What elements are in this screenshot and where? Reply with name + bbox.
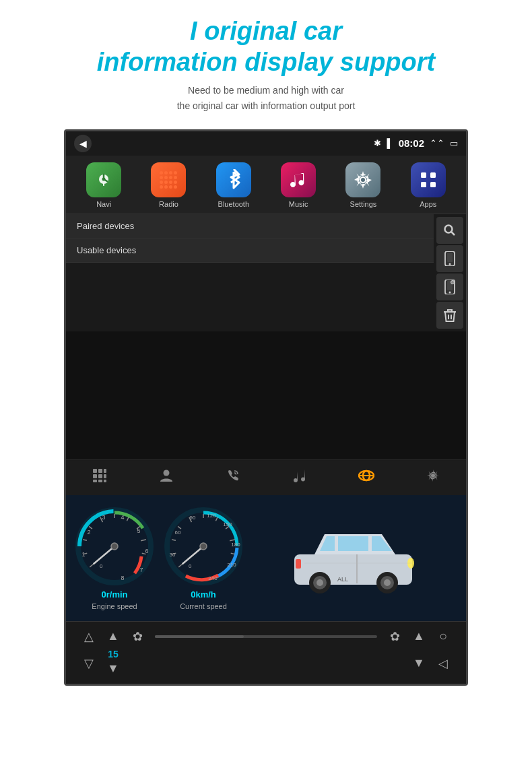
car-image: ALL bbox=[252, 517, 458, 598]
svg-rect-20 bbox=[98, 469, 102, 473]
nav-down-right[interactable]: ▼ bbox=[407, 654, 431, 673]
app-item-radio[interactable]: Radio bbox=[151, 162, 186, 208]
svg-point-80 bbox=[317, 579, 323, 586]
svg-point-7 bbox=[445, 225, 453, 232]
search-bt-button[interactable] bbox=[436, 217, 463, 244]
delete-bt-button[interactable] bbox=[436, 302, 463, 329]
nav-fan-right[interactable]: ✿ bbox=[383, 627, 407, 646]
speed-value: 0km/h bbox=[191, 589, 216, 600]
svg-point-2 bbox=[360, 177, 366, 183]
svg-text:180: 180 bbox=[231, 542, 240, 548]
progress-bar bbox=[155, 635, 377, 638]
nav-up-button[interactable]: ▲ bbox=[101, 627, 125, 646]
engine-value: 0r/min bbox=[101, 589, 127, 600]
car-screen: ◀ ✱ ▌ 08:02 ⌃⌃ ▭ Navi bbox=[64, 129, 468, 686]
bluetooth-app-icon bbox=[216, 162, 251, 197]
svg-rect-23 bbox=[98, 474, 102, 478]
svg-rect-24 bbox=[104, 474, 106, 478]
svg-point-1 bbox=[102, 177, 106, 181]
signal-icon: ▌ bbox=[387, 138, 393, 148]
svg-text:8: 8 bbox=[121, 575, 124, 581]
svg-rect-21 bbox=[104, 469, 106, 473]
bluetooth-panel: Paired devices Usable devices bbox=[66, 214, 466, 331]
apps-app-icon bbox=[411, 162, 446, 197]
svg-text:150: 150 bbox=[223, 521, 232, 527]
svg-point-83 bbox=[384, 579, 391, 586]
volume-number: 15 bbox=[104, 649, 123, 659]
clock: 08:02 bbox=[399, 137, 424, 149]
svg-rect-3 bbox=[421, 172, 426, 178]
apps-label: Apps bbox=[420, 200, 436, 208]
nav-fan-left[interactable]: ✿ bbox=[125, 627, 149, 646]
person-ctrl-icon[interactable] bbox=[153, 468, 180, 487]
svg-line-52 bbox=[94, 546, 114, 564]
svg-line-36 bbox=[83, 540, 87, 540]
title-line1: I original car bbox=[97, 16, 435, 47]
svg-line-8 bbox=[452, 232, 455, 235]
svg-text:ALL: ALL bbox=[337, 576, 348, 583]
bottom-nav-bottom-row: ▽ 15 ▼ ▼ ◁ bbox=[77, 649, 455, 678]
gear-ctrl-icon[interactable] bbox=[420, 468, 446, 487]
svg-text:210: 210 bbox=[227, 562, 236, 568]
bottom-nav-top-row: △ ▲ ✿ ✿ ▲ ○ bbox=[77, 627, 455, 646]
speed-gauge: 30 60 90 120 150 180 210 240 0 0km/h Cur… bbox=[163, 506, 244, 610]
expand-icon: ⌃⌃ bbox=[430, 138, 444, 148]
bt-controls-bar bbox=[66, 459, 466, 495]
app-item-settings[interactable]: Settings bbox=[345, 162, 380, 208]
status-bar: ◀ ✱ ▌ 08:02 ⌃⌃ ▭ bbox=[66, 131, 466, 156]
nav-triangle-outline-up[interactable]: △ bbox=[77, 627, 101, 646]
app-item-bluetooth[interactable]: Bluetooth bbox=[216, 162, 251, 208]
svg-rect-6 bbox=[430, 182, 436, 187]
bluetooth-sidebar bbox=[434, 214, 466, 331]
svg-text:7: 7 bbox=[139, 567, 143, 573]
speed-label: Current speed bbox=[180, 602, 227, 610]
usable-devices-item[interactable]: Usable devices bbox=[66, 238, 434, 263]
app-item-music[interactable]: Music bbox=[281, 162, 316, 208]
nav-down-button[interactable]: ▼ bbox=[101, 659, 125, 678]
svg-line-40 bbox=[127, 517, 129, 521]
svg-text:6: 6 bbox=[145, 548, 148, 554]
page-subtitle: Need to be medium and high with car the … bbox=[177, 83, 356, 113]
svg-rect-27 bbox=[104, 480, 106, 482]
title-line2: information display support bbox=[97, 47, 435, 78]
svg-point-11 bbox=[449, 263, 451, 265]
bottom-nav: △ ▲ ✿ ✿ ▲ ○ ▽ 15 ▼ ▼ ◁ bbox=[66, 621, 466, 684]
app-item-navi[interactable]: Navi bbox=[86, 162, 121, 208]
phone-bt-button[interactable] bbox=[436, 245, 463, 272]
nav-back-button[interactable]: ◁ bbox=[431, 654, 455, 673]
svg-line-74 bbox=[182, 546, 203, 564]
svg-text:2: 2 bbox=[87, 529, 90, 536]
music-ctrl-icon[interactable] bbox=[286, 468, 313, 487]
subtitle-line2: the original car with information output… bbox=[177, 98, 356, 113]
app-item-apps[interactable]: Apps bbox=[411, 162, 446, 208]
svg-text:1: 1 bbox=[81, 551, 85, 558]
phone-ctrl-icon[interactable] bbox=[220, 468, 246, 487]
page-title: I original car information display suppo… bbox=[97, 16, 435, 77]
svg-point-14 bbox=[449, 291, 451, 293]
svg-point-75 bbox=[200, 543, 207, 550]
link-ctrl-icon[interactable] bbox=[353, 469, 380, 486]
settings-bt-button[interactable] bbox=[436, 273, 463, 300]
engine-label: Engine speed bbox=[92, 602, 137, 610]
settings-label: Settings bbox=[350, 200, 377, 208]
nav-circle[interactable]: ○ bbox=[431, 627, 455, 646]
svg-text:5: 5 bbox=[137, 527, 140, 534]
nav-triangle-outline-down[interactable]: ▽ bbox=[77, 654, 101, 673]
paired-devices-item[interactable]: Paired devices bbox=[66, 214, 434, 238]
apps-ctrl-icon[interactable] bbox=[86, 468, 113, 487]
svg-rect-25 bbox=[93, 480, 97, 482]
svg-rect-4 bbox=[430, 172, 436, 178]
svg-line-64 bbox=[230, 540, 235, 541]
svg-text:120: 120 bbox=[207, 513, 216, 519]
svg-text:0: 0 bbox=[189, 563, 192, 569]
svg-rect-26 bbox=[98, 480, 102, 482]
bt-content-area bbox=[66, 331, 466, 459]
progress-fill bbox=[155, 635, 244, 638]
svg-line-59 bbox=[178, 526, 181, 529]
back-button[interactable]: ◀ bbox=[74, 135, 92, 152]
app-bar: Navi Radio Bluetooth bbox=[66, 156, 466, 214]
svg-line-42 bbox=[141, 540, 146, 541]
svg-text:240: 240 bbox=[208, 575, 218, 581]
nav-up-right[interactable]: ▲ bbox=[407, 627, 431, 646]
svg-text:90: 90 bbox=[190, 515, 196, 521]
